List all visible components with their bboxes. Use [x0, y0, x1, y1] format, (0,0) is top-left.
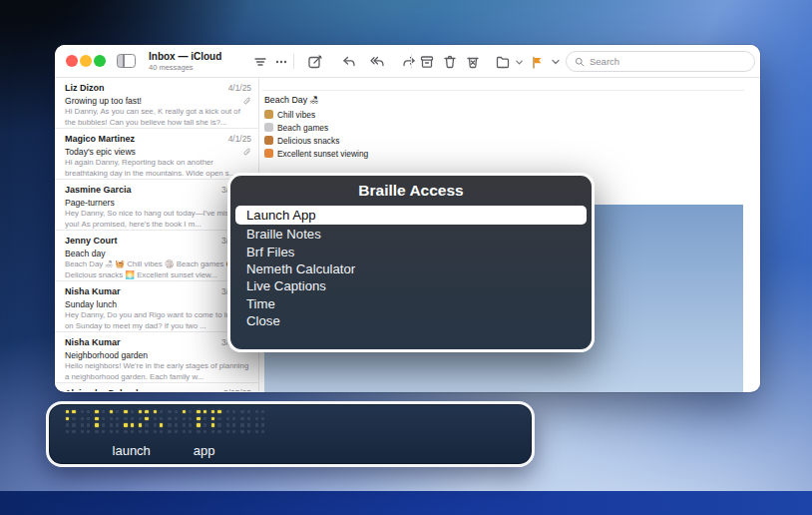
traffic-light-zoom[interactable]	[94, 55, 106, 67]
braille-dot	[261, 430, 264, 433]
list-item-subject-row: Growing up too fast!	[65, 95, 251, 107]
braille-dot	[131, 410, 134, 413]
menu-item-braille-notes[interactable]: Braille Notes	[230, 226, 592, 243]
body-list-label: Beach games	[277, 123, 328, 133]
braille-dot	[255, 410, 258, 413]
compose-button[interactable]	[306, 53, 324, 71]
braille-dot	[87, 410, 90, 413]
braille-dot	[145, 423, 148, 426]
braille-dot	[154, 423, 157, 426]
list-item-subject-row: Sunday lunch	[65, 298, 251, 310]
braille-dot	[87, 430, 90, 433]
folder-chevron-button[interactable]	[513, 53, 525, 71]
braille-dot	[95, 430, 98, 433]
list-item-subject-row: Neighborhood garden	[65, 349, 251, 361]
flag-chevron-button[interactable]	[549, 53, 563, 71]
menu-item-close[interactable]: Close	[230, 312, 592, 329]
list-item-subject-row: Today's epic views	[65, 146, 251, 158]
braille-dot	[261, 417, 264, 420]
braille-dot	[217, 430, 220, 433]
braille-dot	[72, 423, 75, 426]
forward-button[interactable]	[400, 53, 418, 71]
junk-button[interactable]	[464, 53, 482, 71]
wallpaper-horizon-band	[0, 491, 812, 515]
braille-dot	[95, 417, 98, 420]
sender-name: Jenny Court	[65, 236, 118, 248]
braille-dot	[240, 423, 243, 426]
archive-button[interactable]	[418, 53, 436, 71]
list-item-header: Magico Martinez4/1/25	[65, 134, 251, 146]
toolbar-divider	[411, 54, 412, 69]
braille-dot	[102, 430, 105, 433]
chevron-down-icon	[551, 57, 561, 67]
compose-icon	[307, 54, 323, 70]
body-list-item: Excellent sunset viewing	[264, 147, 368, 160]
braille-dot	[131, 423, 134, 426]
menu-item-brf-files[interactable]: Brf Files	[230, 243, 592, 259]
braille-dot	[217, 423, 220, 426]
braille-dot	[232, 417, 235, 420]
sender-name: Liz Dizon	[65, 83, 105, 95]
braille-dot	[160, 417, 163, 420]
sender-name: Nisha Kumar	[65, 337, 121, 349]
braille-dot	[226, 423, 229, 426]
search-input[interactable]	[590, 56, 719, 67]
forward-icon	[401, 54, 417, 70]
ellipsis-icon	[274, 55, 288, 69]
braille-dot	[116, 417, 119, 420]
braille-dot	[72, 410, 75, 413]
braille-dot	[247, 410, 250, 413]
traffic-light-close[interactable]	[66, 55, 78, 67]
reply-button[interactable]	[340, 53, 358, 71]
body-list-item: Beach games	[264, 121, 368, 134]
picnic-basket-emoji	[264, 110, 273, 119]
braille-dot	[203, 417, 206, 420]
menu-item-launch-app[interactable]: Launch App	[235, 206, 587, 225]
braille-dot	[81, 430, 84, 433]
move-to-folder-button[interactable]	[494, 53, 512, 71]
menu-item-live-captions[interactable]: Live Captions	[230, 277, 592, 294]
braille-dot	[154, 430, 157, 433]
message-snippet: Beach Day 🏖 🧺 Chill vibes 🏐 Beach games …	[65, 259, 251, 280]
message-snippet: Hi again Danny, Reporting back on anothe…	[65, 158, 251, 179]
braille-dot	[116, 430, 119, 433]
braille-dot	[131, 430, 134, 433]
braille-dot	[232, 410, 235, 413]
message-subject-line: Sunday lunch	[65, 299, 117, 309]
filter-button[interactable]	[251, 53, 269, 71]
reply-all-icon	[369, 54, 385, 70]
braille-dot	[211, 417, 214, 420]
list-item[interactable]: Alejandra Delgado3/25/25	[55, 383, 258, 391]
sidebar-toggle-button[interactable]	[117, 54, 136, 68]
braille-dot	[124, 417, 127, 420]
trash-button[interactable]	[441, 53, 459, 71]
chevron-down-icon	[515, 58, 524, 67]
braille-dot	[81, 417, 84, 420]
more-button[interactable]	[272, 53, 290, 71]
braille-dot	[102, 410, 105, 413]
braille-dot	[175, 430, 178, 433]
flag-button[interactable]	[528, 53, 546, 71]
braille-dot	[197, 417, 200, 420]
braille-dot	[203, 430, 206, 433]
braille-dot	[124, 430, 127, 433]
reply-all-button[interactable]	[368, 53, 386, 71]
search-field[interactable]	[566, 51, 755, 72]
braille-dot	[183, 417, 186, 420]
braille-dot	[226, 417, 229, 420]
list-item-subject-row: Page-turners	[65, 197, 251, 209]
braille-dot	[131, 417, 134, 420]
list-item[interactable]: Magico Martinez4/1/25Today's epic viewsH…	[55, 129, 258, 180]
message-date: 3/25/25	[223, 388, 251, 391]
traffic-light-minimize[interactable]	[80, 55, 92, 67]
menu-item-nemeth-calculator[interactable]: Nemeth Calculator	[230, 260, 592, 277]
body-list-item: Chill vibes	[264, 108, 368, 121]
braille-dot	[255, 423, 258, 426]
braille-dot	[247, 430, 250, 433]
menu-item-time[interactable]: Time	[230, 295, 592, 312]
filter-icon	[253, 55, 267, 69]
list-item[interactable]: Liz Dizon4/1/25Growing up too fast!Hi Da…	[55, 78, 258, 129]
braille-dot	[240, 430, 243, 433]
list-item-subject-row: Beach day	[65, 248, 251, 259]
braille-dot	[197, 430, 200, 433]
